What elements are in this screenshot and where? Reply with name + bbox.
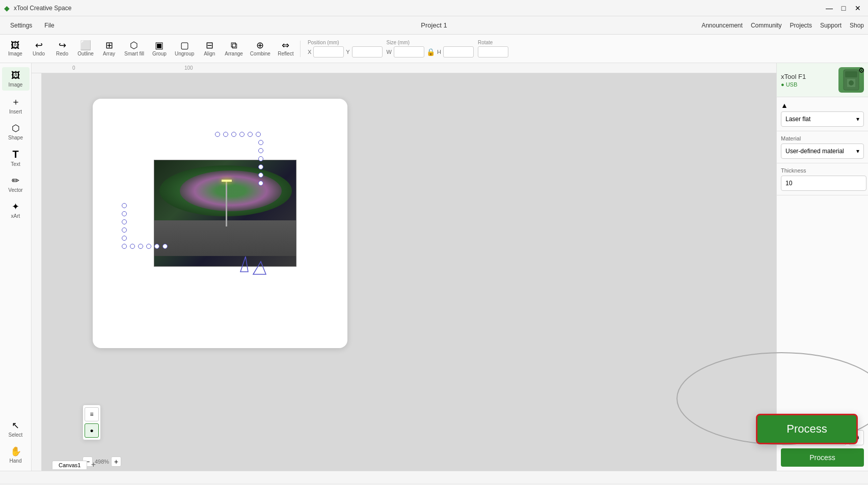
device-card: xTool F1 ● USB ⚙ <box>777 63 868 97</box>
layers-list-btn[interactable]: ≡ <box>85 407 99 421</box>
material-value: User-defined material <box>785 148 844 155</box>
sidebar-item-xart[interactable]: ✦ xArt <box>2 198 30 222</box>
menu-community[interactable]: Community <box>751 22 782 29</box>
dot-row-top <box>215 132 261 137</box>
dot <box>122 227 127 233</box>
zoom-in-button[interactable]: + <box>111 457 121 467</box>
device-settings-icon[interactable]: ⚙ <box>858 66 865 74</box>
redo-button[interactable]: ↪ Redo <box>51 38 73 60</box>
smart-fill-button[interactable]: ⬡ Smart fill <box>121 38 147 60</box>
sidebar-item-text[interactable]: T Text <box>2 146 30 170</box>
arrange-icon: ⧉ <box>231 41 237 50</box>
material-label: Material <box>781 135 864 141</box>
dot <box>258 140 263 145</box>
undo-button[interactable]: ↩ Undo <box>28 38 50 60</box>
laser-icon: ▲ <box>781 101 788 109</box>
material-chevron: ▾ <box>856 148 859 155</box>
x-input[interactable] <box>313 46 344 58</box>
combine-button[interactable]: ⊕ Combine <box>247 38 274 60</box>
lock-icon: 🔒 <box>426 48 435 56</box>
sidebar-item-image[interactable]: 🖼 Image <box>2 67 30 91</box>
size-group: Size (mm) W 🔒 H <box>387 40 474 58</box>
laser-mode-dropdown[interactable]: Laser flat ▾ <box>781 111 864 127</box>
process-button-large[interactable]: Process <box>756 414 858 444</box>
dot <box>258 173 263 178</box>
select-icon: ↖ <box>12 420 19 431</box>
laser-mode-label: Laser flat <box>785 116 810 123</box>
menu-projects[interactable]: Projects <box>790 22 812 29</box>
sidebar-item-select[interactable]: ↖ Select <box>2 417 30 441</box>
maximize-button[interactable]: □ <box>837 2 850 14</box>
minimize-button[interactable]: — <box>823 2 835 14</box>
window-controls: — □ ✕ <box>823 2 864 14</box>
group-button[interactable]: ▣ Group <box>148 38 171 60</box>
xart-icon: ✦ <box>12 201 19 212</box>
ruler-horizontal: 0 100 <box>32 63 776 73</box>
position-controls: Position (mm) X Y Size (mm) W 🔒 H Rotate <box>308 40 508 58</box>
dot <box>258 181 263 186</box>
small-shapes <box>238 251 268 278</box>
rotate-input[interactable] <box>478 46 508 58</box>
dot-pattern-left <box>122 203 168 249</box>
arrange-button[interactable]: ⧉ Arrange <box>222 38 246 60</box>
align-button[interactable]: ⊟ Align <box>198 38 221 60</box>
sidebar-item-vector[interactable]: ✏ Vector <box>2 172 30 196</box>
main-layout: 🖼 Image ＋ Insert ⬡ Shape T Text ✏ Vector… <box>0 63 868 471</box>
menu-support[interactable]: Support <box>820 22 842 29</box>
add-canvas-button[interactable]: + <box>88 460 98 470</box>
process-button-small[interactable]: Process <box>781 448 864 467</box>
laser-mode-section: ▲ Laser flat ▾ <box>777 97 868 131</box>
image-content <box>154 160 296 266</box>
svg-marker-1 <box>253 262 266 274</box>
canvas-tab-1[interactable]: Canvas1 <box>52 461 87 469</box>
material-dropdown[interactable]: User-defined material ▾ <box>781 144 864 159</box>
xy-inputs: X Y <box>308 46 383 58</box>
wh-inputs: W 🔒 H <box>387 46 474 58</box>
image-button[interactable]: 🖼 Image <box>4 38 26 60</box>
layers-circle-btn[interactable]: ● <box>85 423 99 438</box>
svg-rect-3 <box>845 71 857 77</box>
combine-icon: ⊕ <box>256 41 264 50</box>
sidebar-item-insert[interactable]: ＋ Insert <box>2 93 30 118</box>
hand-icon: ✋ <box>10 446 21 457</box>
redo-icon: ↪ <box>59 41 66 50</box>
connection-indicator: ● <box>781 81 784 88</box>
dot <box>146 244 151 249</box>
outline-button[interactable]: ⬜ Outline <box>74 38 97 60</box>
insert-icon: ＋ <box>11 96 20 108</box>
thickness-label: Thickness <box>781 167 864 174</box>
thickness-input[interactable] <box>781 176 866 191</box>
canvas-image[interactable] <box>154 160 296 267</box>
dot <box>239 132 245 137</box>
street-scene <box>154 160 296 266</box>
canvas-viewport[interactable]: ≡ ● − 498% + Canvas1 + <box>42 73 776 471</box>
position-group: Position (mm) X Y <box>308 40 383 58</box>
dot-row-bottom <box>122 244 168 249</box>
street-light <box>226 181 227 226</box>
menu-announcement[interactable]: Announcement <box>701 22 743 29</box>
close-button[interactable]: ✕ <box>852 2 864 14</box>
h-input[interactable] <box>443 46 474 58</box>
menu-file[interactable]: File <box>38 20 60 31</box>
sidebar-item-hand[interactable]: ✋ Hand <box>2 443 30 467</box>
image-icon: 🖼 <box>11 41 20 50</box>
dot <box>248 132 253 137</box>
svg-marker-0 <box>240 256 248 272</box>
reflect-button[interactable]: ⇔ Reflect <box>275 38 297 60</box>
dot <box>215 132 220 137</box>
left-sidebar: 🖼 Image ＋ Insert ⬡ Shape T Text ✏ Vector… <box>0 63 32 471</box>
vector-icon: ✏ <box>12 175 19 186</box>
w-input[interactable] <box>394 46 424 58</box>
array-icon: ⊞ <box>105 41 113 50</box>
sidebar-item-shape[interactable]: ⬡ Shape <box>2 120 30 144</box>
y-input[interactable] <box>352 46 383 58</box>
dot <box>122 211 127 216</box>
menu-settings[interactable]: Settings <box>4 20 38 31</box>
array-button[interactable]: ⊞ Array <box>98 38 120 60</box>
rotate-group: Rotate <box>478 40 508 58</box>
thickness-section: Thickness mm <box>777 163 868 195</box>
dot <box>223 132 228 137</box>
ungroup-button[interactable]: ▢ Ungroup <box>172 38 197 60</box>
status-bar <box>0 471 868 483</box>
menu-shop[interactable]: Shop <box>850 22 864 29</box>
